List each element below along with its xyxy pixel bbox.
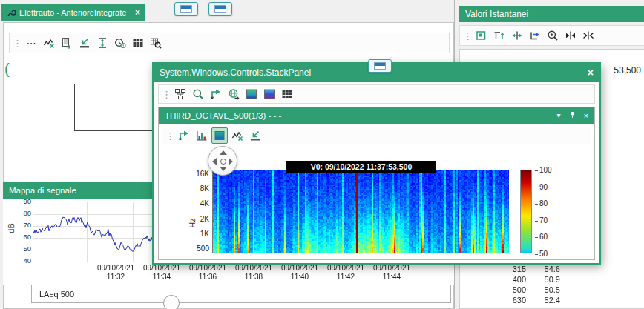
axis-tick-label: 90 <box>535 183 548 191</box>
grip-handle[interactable]: ⋮ <box>165 130 173 142</box>
grip-handle[interactable]: ⋮ <box>463 30 470 41</box>
x-axis-tick-label: 09/10/202111:42 <box>323 264 369 282</box>
data-table-icon[interactable] <box>130 35 146 51</box>
timestamp-value: 53,500 <box>614 65 641 76</box>
dock-indicator-button[interactable] <box>368 59 392 73</box>
table-row[interactable]: 50050.5 <box>455 285 640 295</box>
axis-tick-label: 60 <box>23 233 31 241</box>
pan-down-arrow[interactable] <box>220 167 227 171</box>
dock-window-icon <box>374 62 386 70</box>
stackpanel-window[interactable]: System.Windows.Controls.StackPanel × ⋮ T… <box>152 62 601 265</box>
x-axis-tick-label: 09/10/202111:40 <box>277 264 323 282</box>
import-data-icon[interactable] <box>76 35 93 51</box>
valori-panel-header[interactable]: Valori Istantanei <box>459 6 644 22</box>
axis-tick-label: 4K <box>200 199 209 208</box>
zoom-selection-icon[interactable] <box>190 86 206 102</box>
pan-right-arrow[interactable] <box>229 158 233 165</box>
frequency-cell: 500 <box>455 285 526 295</box>
axis-tick-label: 80 <box>535 199 548 207</box>
spectrogram-a-icon[interactable] <box>243 86 260 102</box>
nav-pad-partial[interactable] <box>163 295 180 309</box>
frequency-cell: 630 <box>455 295 526 305</box>
window-title: System.Windows.Controls.StackPanel <box>160 67 311 78</box>
pan-control[interactable] <box>208 146 237 176</box>
window-close-button[interactable]: × <box>588 67 594 79</box>
import-data-icon[interactable] <box>247 127 263 144</box>
x-axis-tick-label: 09/10/202111:34 <box>139 264 185 282</box>
x-axis-tick-label: 09/10/202111:36 <box>185 264 231 282</box>
expand-x-icon[interactable] <box>562 27 579 44</box>
main-toolbar: ⋮⋯ <box>9 33 450 53</box>
x-axis-tick-label: 09/10/202111:32 <box>93 264 139 282</box>
axis-left-icon[interactable] <box>491 27 507 44</box>
axis-tick-label: 8K <box>200 185 209 193</box>
spectrogram-b-icon[interactable] <box>261 86 277 102</box>
table-row[interactable]: 40050.9 <box>455 274 640 285</box>
report-export-icon[interactable] <box>59 35 75 51</box>
document-tab-label: Elettrauto - AnterioreIntegrate <box>19 8 126 17</box>
collapse-x-icon[interactable] <box>580 27 597 44</box>
chart-cursor-icon[interactable] <box>229 127 246 144</box>
spectrogram-panel: THIRD_OCTAVE_500(1/3) - - - ▾ × ⋮ V0: 09… <box>158 107 595 260</box>
table-row[interactable]: 31554.6 <box>455 264 640 274</box>
pan-up-arrow[interactable] <box>220 150 227 155</box>
grip-handle[interactable]: ⋮ <box>13 38 20 49</box>
cursor-tooltip: V0: 09/10/2022 11:37:53,500 <box>286 161 436 173</box>
dock-indicator-button[interactable] <box>208 2 232 16</box>
legend-row[interactable]: LAeq 500 <box>31 285 451 303</box>
axis-tick-label: 50 <box>535 250 548 258</box>
axis-tick-label: 500 <box>197 245 209 253</box>
panel-close-button[interactable]: × <box>584 112 588 120</box>
axis-tick-label: 1K <box>200 230 209 239</box>
selection-mark: ( <box>4 61 10 78</box>
globe-export-icon[interactable] <box>226 86 242 102</box>
document-tab[interactable]: Elettrauto - AnterioreIntegrate × <box>1 4 145 21</box>
window-toolbar: ⋮ <box>158 84 595 104</box>
axis-fit-icon[interactable] <box>509 27 525 44</box>
wrench-icon <box>7 8 16 17</box>
fit-vertical-icon[interactable] <box>94 35 111 51</box>
valori-toolbar: ⋮ <box>459 25 644 46</box>
frequency-cell: 315 <box>455 264 526 274</box>
values-table: 31554.640050.950050.563052.4 <box>455 264 640 305</box>
table-row[interactable]: 63052.4 <box>455 295 640 305</box>
chart-cursor-icon[interactable] <box>41 35 57 51</box>
pan-center-dot[interactable] <box>220 159 226 165</box>
x-axis: 09/10/202111:3209/10/202111:3409/10/2021… <box>33 264 418 285</box>
x-axis-tick-label: 09/10/202111:38 <box>231 264 277 282</box>
axis-tick-label: 40 <box>23 257 31 265</box>
zoom-grid-icon[interactable] <box>148 35 164 51</box>
app-root: Elettrauto - AnterioreIntegrate × ⋮⋯ ( M… <box>0 0 644 309</box>
spectrogram-view-icon[interactable] <box>211 127 228 144</box>
display-box-icon[interactable] <box>473 27 490 44</box>
dock-indicator-button[interactable] <box>174 2 198 16</box>
pan-left-arrow[interactable] <box>212 158 217 165</box>
route-icon[interactable] <box>208 86 224 102</box>
more-button[interactable]: ⋯ <box>23 35 39 51</box>
legend-label: LAeq 500 <box>39 290 74 299</box>
data-table-icon[interactable] <box>279 86 295 102</box>
spectrogram-panel-header[interactable]: THIRD_OCTAVE_500(1/3) - - - ▾ × <box>159 107 594 124</box>
axis-tick-label: 90 <box>23 198 31 205</box>
axis-tick-label: 16K <box>196 170 209 179</box>
axis-tick-label: 50 <box>23 245 31 253</box>
zoom-in-icon[interactable] <box>545 27 561 44</box>
spectrogram-plot[interactable] <box>212 170 513 253</box>
x-axis-tick-label: 09/10/202111:44 <box>369 264 415 282</box>
axis-right-icon[interactable] <box>527 27 543 44</box>
layout-icon[interactable] <box>172 86 188 102</box>
axis-tick-label: 80 <box>23 210 31 217</box>
spectrogram-toolbar: ⋮ <box>162 127 591 144</box>
value-cell: 50.5 <box>526 285 560 295</box>
value-cell: 52.4 <box>526 295 560 305</box>
value-cell: 50.9 <box>526 274 560 285</box>
time-history-icon[interactable] <box>112 35 128 51</box>
dock-window-icon <box>180 5 192 13</box>
y-axis: 908070605040 <box>12 199 31 285</box>
grip-handle[interactable]: ⋮ <box>162 89 169 100</box>
tab-close-button[interactable]: × <box>135 7 140 18</box>
axis-tick-label: 70 <box>535 216 548 225</box>
pin-icon[interactable] <box>568 110 576 121</box>
axis-tick-label: 60 <box>535 233 548 241</box>
colorbar <box>520 170 532 253</box>
